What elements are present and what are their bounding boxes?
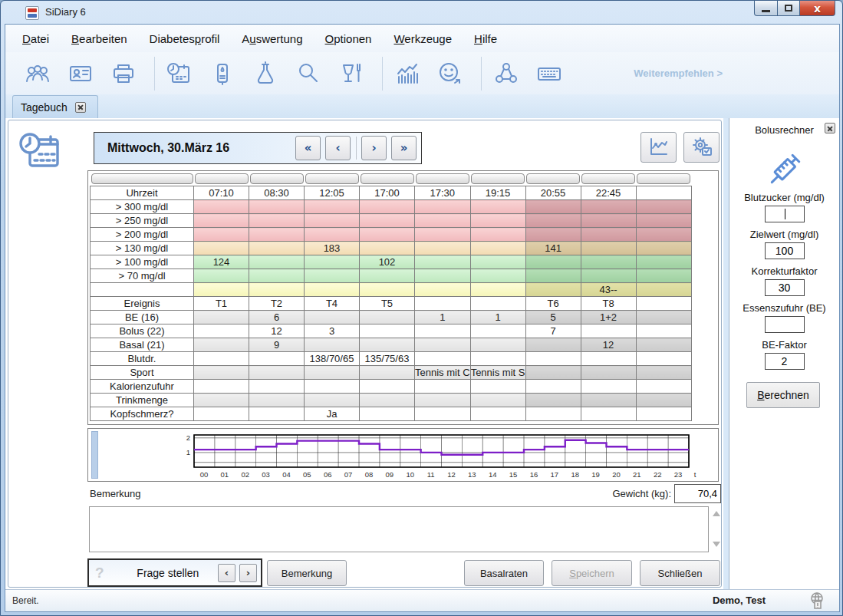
bolus-input-zielwert-mg-dl[interactable] bbox=[765, 242, 805, 259]
diary-cell[interactable] bbox=[360, 214, 415, 228]
diary-cell[interactable]: 6 bbox=[249, 311, 305, 324]
remark-button[interactable]: Bemerkung bbox=[267, 560, 347, 586]
diary-cell[interactable] bbox=[581, 407, 636, 421]
time-cell[interactable]: 19:15 bbox=[470, 186, 525, 200]
diary-cell[interactable] bbox=[636, 352, 691, 366]
diary-cell[interactable] bbox=[581, 324, 636, 338]
scroll-down-icon[interactable] bbox=[713, 542, 720, 547]
tab-tagebuch[interactable]: Tagebuch bbox=[12, 95, 98, 118]
diary-cell[interactable] bbox=[470, 255, 525, 269]
diary-cell[interactable] bbox=[636, 407, 691, 421]
time-cell[interactable]: 07:10 bbox=[194, 186, 249, 200]
diary-cell[interactable] bbox=[525, 214, 581, 228]
diary-cell[interactable] bbox=[305, 380, 360, 394]
diary-cell[interactable] bbox=[305, 311, 360, 324]
diary-cell[interactable]: 124 bbox=[194, 255, 249, 269]
menu-item-werkzeuge[interactable]: Werkzeuge bbox=[394, 32, 452, 45]
last-day-button[interactable]: » bbox=[391, 136, 417, 160]
patients-icon[interactable] bbox=[24, 60, 51, 87]
bolus-input-be-faktor[interactable] bbox=[765, 353, 805, 370]
diary-cell[interactable] bbox=[636, 255, 691, 269]
diary-cell[interactable] bbox=[470, 228, 525, 242]
diary-cell[interactable] bbox=[305, 366, 360, 380]
previous-day-button[interactable]: ‹ bbox=[325, 136, 351, 160]
diary-cell[interactable] bbox=[581, 352, 636, 366]
diary-cell[interactable] bbox=[360, 228, 415, 242]
diary-cell[interactable] bbox=[525, 283, 581, 297]
diary-cell[interactable] bbox=[415, 269, 471, 283]
diary-cell[interactable] bbox=[249, 255, 305, 269]
diary-cell[interactable]: Ja bbox=[305, 407, 360, 421]
menu-item-auswertung[interactable]: Auswertung bbox=[242, 32, 302, 45]
menu-item-datei[interactable]: Datei bbox=[22, 32, 49, 45]
save-button[interactable]: Speichern bbox=[552, 560, 632, 586]
diary-cell[interactable] bbox=[525, 380, 581, 394]
diary-cell[interactable] bbox=[525, 394, 581, 407]
column-header-button[interactable] bbox=[637, 173, 690, 184]
diary-cell[interactable] bbox=[249, 214, 305, 228]
keyboard-icon[interactable] bbox=[535, 60, 563, 87]
diary-cell[interactable]: T6 bbox=[525, 297, 581, 311]
diary-cell[interactable] bbox=[525, 352, 581, 366]
diary-cell[interactable]: Tennis mit C bbox=[415, 366, 471, 380]
diary-cell[interactable] bbox=[360, 380, 415, 394]
diary-cell[interactable] bbox=[415, 242, 471, 255]
diary-cell[interactable] bbox=[249, 242, 305, 255]
scroll-up-icon[interactable] bbox=[713, 511, 720, 516]
diary-cell[interactable]: 138/70/65 bbox=[305, 352, 360, 366]
diary-cell[interactable] bbox=[305, 269, 360, 283]
diary-cell[interactable] bbox=[360, 324, 415, 338]
diary-cell[interactable] bbox=[525, 200, 581, 214]
column-header-button[interactable] bbox=[416, 173, 470, 184]
ask-question-panel[interactable]: ? Frage stellen ‹ › bbox=[87, 558, 262, 587]
diary-cell[interactable] bbox=[525, 255, 581, 269]
diary-cell[interactable] bbox=[249, 283, 305, 297]
diary-cell[interactable] bbox=[360, 242, 415, 255]
menu-item-bearbeiten[interactable]: Bearbeiten bbox=[71, 32, 127, 45]
menu-item-hilfe[interactable]: Hilfe bbox=[474, 32, 497, 45]
diary-cell[interactable] bbox=[249, 394, 305, 407]
column-header-button[interactable] bbox=[250, 173, 304, 184]
diary-cell[interactable] bbox=[581, 380, 636, 394]
diary-cell[interactable] bbox=[525, 338, 581, 352]
maximize-button[interactable] bbox=[778, 1, 800, 16]
diary-cell[interactable]: 135/75/63 bbox=[360, 352, 415, 366]
diary-cell[interactable] bbox=[305, 394, 360, 407]
diary-cell[interactable] bbox=[525, 228, 581, 242]
column-header-button[interactable] bbox=[91, 173, 193, 184]
diary-cell[interactable] bbox=[249, 380, 305, 394]
diary-cell[interactable] bbox=[249, 366, 305, 380]
diary-cell[interactable] bbox=[360, 311, 415, 324]
diary-cell[interactable] bbox=[415, 407, 471, 421]
diary-cell[interactable] bbox=[581, 394, 636, 407]
time-cell[interactable]: 08:30 bbox=[249, 186, 305, 200]
diary-cell[interactable] bbox=[194, 283, 249, 297]
recommend-link[interactable]: Weiterempfehlen > bbox=[634, 68, 723, 79]
diary-cell[interactable] bbox=[470, 380, 525, 394]
time-cell[interactable]: 17:00 bbox=[360, 186, 415, 200]
diary-cell[interactable] bbox=[636, 283, 691, 297]
diary-cell[interactable] bbox=[415, 228, 471, 242]
diary-cell[interactable] bbox=[194, 352, 249, 366]
diary-cell[interactable]: T1 bbox=[194, 297, 249, 311]
diary-cell[interactable] bbox=[636, 297, 691, 311]
diary-cell[interactable]: T8 bbox=[581, 297, 636, 311]
diary-cell[interactable] bbox=[470, 407, 525, 421]
time-cell[interactable]: 17:30 bbox=[415, 186, 471, 200]
diary-cell[interactable] bbox=[360, 366, 415, 380]
diary-cell[interactable] bbox=[415, 352, 471, 366]
share-icon[interactable] bbox=[492, 60, 520, 87]
diary-cell[interactable] bbox=[415, 380, 471, 394]
panel-splitter[interactable] bbox=[723, 118, 729, 591]
diary-cell[interactable]: 9 bbox=[249, 338, 305, 352]
diary-cell[interactable]: T5 bbox=[360, 297, 415, 311]
diary-cell[interactable] bbox=[305, 200, 360, 214]
diary-cell[interactable] bbox=[636, 214, 691, 228]
diary-cell[interactable]: 12 bbox=[249, 324, 305, 338]
diary-cell[interactable]: Tennis mit S bbox=[470, 366, 525, 380]
diary-cell[interactable] bbox=[415, 283, 471, 297]
bolus-close-icon[interactable] bbox=[825, 123, 835, 133]
diary-cell[interactable] bbox=[581, 242, 636, 255]
diary-cell[interactable] bbox=[470, 214, 525, 228]
close-window-button[interactable]: x bbox=[800, 1, 835, 16]
